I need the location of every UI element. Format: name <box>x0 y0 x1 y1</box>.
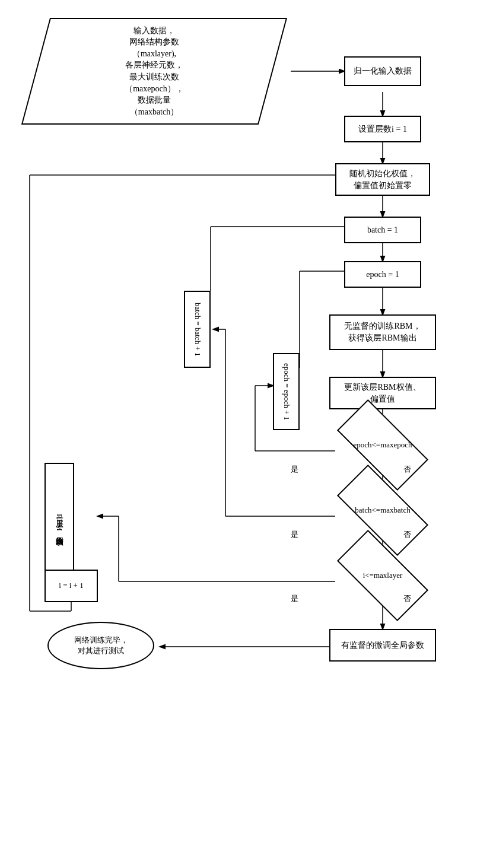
update-rbm-text: 更新该层RBM权值、 偏置值 <box>344 381 421 405</box>
set-layer-text: 设置层数i = 1 <box>358 123 407 135</box>
layer-input-text: 上一层RBM输出作为该层输入 <box>54 514 65 531</box>
train-rbm-box: 无监督的训练RBM， 获得该层RBM输出 <box>329 314 436 350</box>
layer-cond-diamond: i<=maxlayer <box>323 546 442 605</box>
done-oval: 网络训练完毕， 对其进行测试 <box>47 622 154 669</box>
epoch-yes-label: 是 <box>291 464 298 475</box>
fine-tune-text: 有监督的微调全局参数 <box>341 640 424 651</box>
batch-cond-diamond: batch<=maxbatch <box>323 481 442 540</box>
layer-input-box: 上一层RBM输出作为该层输入 <box>44 463 74 581</box>
batch-cond-text: batch<=maxbatch <box>355 505 410 515</box>
epoch-no-label: 否 <box>403 464 411 475</box>
normalize-text: 归一化输入数据 <box>354 65 412 77</box>
batch-yes-label: 是 <box>291 529 298 540</box>
epoch-inc-text: epoch = epoch + 1 <box>281 363 291 420</box>
update-rbm-box: 更新该层RBM权值、 偏置值 <box>329 377 436 409</box>
input-text: 输入数据， 网络结构参数 （maxlayer), 各层神经元数， 最大训练次数 … <box>125 25 184 118</box>
layer-inc-box: i = i + 1 <box>44 570 98 602</box>
fine-tune-box: 有监督的微调全局参数 <box>329 629 436 662</box>
batch-init-text: batch = 1 <box>367 224 398 236</box>
layer-inc-text: i = i + 1 <box>59 580 83 591</box>
done-text: 网络训练完毕， 对其进行测试 <box>74 635 128 656</box>
set-layer-box: 设置层数i = 1 <box>344 116 421 142</box>
batch-inc-text: batch = batch + 1 <box>192 303 202 356</box>
layer-yes-label: 是 <box>291 593 298 604</box>
normalize-box: 归一化输入数据 <box>344 56 421 86</box>
input-parallelogram: 输入数据， 网络结构参数 （maxlayer), 各层神经元数， 最大训练次数 … <box>36 18 273 125</box>
batch-init-box: batch = 1 <box>344 217 421 243</box>
epoch-init-box: epoch = 1 <box>344 261 421 288</box>
init-weights-box: 随机初始化权值， 偏置值初始置零 <box>335 163 430 196</box>
layer-cond-text: i<=maxlayer <box>363 571 403 580</box>
epoch-cond-text: epoch<=maxepoch <box>353 440 412 450</box>
batch-no-label: 否 <box>403 529 411 540</box>
train-rbm-text: 无监督的训练RBM， 获得该层RBM输出 <box>344 320 421 344</box>
epoch-cond-diamond: epoch<=maxepoch <box>323 415 442 475</box>
epoch-init-text: epoch = 1 <box>366 269 399 281</box>
epoch-inc-box: epoch = epoch + 1 <box>273 353 300 430</box>
layer-no-label: 否 <box>403 593 411 604</box>
init-weights-text: 随机初始化权值， 偏置值初始置零 <box>349 168 416 191</box>
batch-inc-box: batch = batch + 1 <box>184 291 211 368</box>
